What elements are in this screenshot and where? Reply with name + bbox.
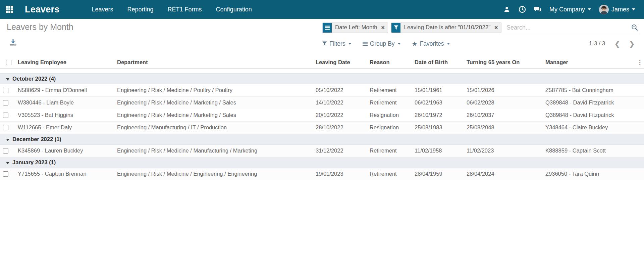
- column-header-leaving-date[interactable]: Leaving Date: [313, 57, 367, 68]
- group-header-row[interactable]: December 2022 (1): [0, 134, 644, 144]
- cell-leaving-date[interactable]: 20/10/2022: [313, 109, 367, 121]
- cell-turning-65[interactable]: 06/02/2028: [464, 96, 542, 109]
- group-by-label: Group By: [370, 40, 395, 47]
- cell-leaving-date[interactable]: 05/10/2022: [313, 84, 367, 96]
- cell-dob[interactable]: 15/01/1961: [412, 84, 464, 96]
- user-menu[interactable]: James: [599, 5, 635, 14]
- row-checkbox[interactable]: [3, 125, 8, 130]
- group-header-row[interactable]: January 2023 (1): [0, 157, 644, 168]
- cell-reason[interactable]: Retirement: [367, 96, 412, 109]
- cell-turning-65[interactable]: 26/10/2037: [464, 109, 542, 121]
- cell-leaving-date[interactable]: 28/10/2022: [313, 121, 367, 134]
- apps-menu-button[interactable]: [0, 0, 19, 19]
- cell-manager[interactable]: Y348464 - Claire Buckley: [542, 121, 636, 134]
- nav-menu-leavers[interactable]: Leavers: [92, 6, 113, 13]
- row-checkbox[interactable]: [3, 171, 8, 177]
- pager-next-icon[interactable]: ❯: [629, 41, 635, 47]
- activities-clock-icon[interactable]: [519, 6, 526, 13]
- row-end-cell: [636, 168, 644, 180]
- row-end-cell: [636, 84, 644, 96]
- cell-employee[interactable]: W380446 - Liam Boyle: [15, 96, 114, 109]
- search-facet-filter: Leaving Date is after "01/10/2022" ✕: [391, 23, 501, 33]
- cell-leaving-date[interactable]: 14/10/2022: [313, 96, 367, 109]
- cell-employee[interactable]: K345869 - Lauren Buckley: [15, 144, 114, 157]
- cell-employee[interactable]: N588629 - Emma O'Donnell: [15, 84, 114, 96]
- company-switcher[interactable]: My Company: [549, 6, 591, 13]
- cell-department[interactable]: Engineering / Risk / Medicine / Marketin…: [114, 109, 313, 121]
- table-row[interactable]: Y715655 - Captain BrennanEngineering / R…: [0, 168, 644, 180]
- table-row[interactable]: W112665 - Emer DalyEngineering / Manufac…: [0, 121, 644, 134]
- optional-columns-icon[interactable]: ⋮: [637, 59, 643, 66]
- group-by-icon: [323, 23, 332, 33]
- nav-menu-ret1-forms[interactable]: RET1 Forms: [168, 6, 202, 13]
- group-header-row[interactable]: October 2022 (4): [0, 73, 644, 84]
- cell-department[interactable]: Engineering / Manufacturing / IT / Produ…: [114, 121, 313, 134]
- export-download-button[interactable]: [9, 38, 17, 46]
- column-header-date-of-birth[interactable]: Date of Birth: [412, 57, 464, 68]
- column-header-turning-65[interactable]: Turning 65 years On: [464, 57, 542, 68]
- cell-turning-65[interactable]: 28/04/2024: [464, 168, 542, 180]
- cell-department[interactable]: Engineering / Risk / Medicine / Poultry …: [114, 84, 313, 96]
- cell-dob[interactable]: 25/08/1983: [412, 121, 464, 134]
- screen: Leavers Leavers Reporting RET1 Forms Con…: [0, 0, 644, 258]
- row-checkbox[interactable]: [3, 113, 8, 118]
- facet-remove-icon[interactable]: ✕: [381, 23, 388, 33]
- search-icon[interactable]: [630, 23, 639, 32]
- cell-department[interactable]: Engineering / Risk / Medicine / Manufact…: [114, 144, 313, 157]
- cell-department[interactable]: Engineering / Risk / Medicine / Marketin…: [114, 96, 313, 109]
- group-by-button[interactable]: Group By: [363, 40, 400, 47]
- favorites-label: Favorites: [420, 40, 444, 47]
- messages-icon[interactable]: [534, 6, 541, 13]
- cell-manager[interactable]: Z587785 - Bat Cunningham: [542, 84, 636, 96]
- facet-remove-icon[interactable]: ✕: [494, 23, 501, 33]
- table-row[interactable]: W380446 - Liam BoyleEngineering / Risk /…: [0, 96, 644, 109]
- select-all-checkbox[interactable]: [6, 60, 11, 65]
- cell-dob[interactable]: 26/10/1972: [412, 109, 464, 121]
- list-view: Leaving Employee Department Leaving Date…: [0, 57, 644, 180]
- cell-leaving-date[interactable]: 31/12/2022: [313, 144, 367, 157]
- column-header-reason[interactable]: Reason: [367, 57, 412, 68]
- cell-dob[interactable]: 06/02/1963: [412, 96, 464, 109]
- cell-manager[interactable]: K888859 - Captain Scott: [542, 144, 636, 157]
- cell-reason[interactable]: Retirement: [367, 168, 412, 180]
- cell-employee[interactable]: W112665 - Emer Daly: [15, 121, 114, 134]
- cell-turning-65[interactable]: 15/01/2026: [464, 84, 542, 96]
- optional-columns-cell: ⋮: [636, 57, 644, 68]
- user-presence-icon[interactable]: [503, 6, 511, 13]
- chevron-down-icon: [588, 8, 591, 10]
- cell-employee[interactable]: Y715655 - Captain Brennan: [15, 168, 114, 180]
- cell-turning-65[interactable]: 11/02/2023: [464, 144, 542, 157]
- cell-reason[interactable]: Retirement: [367, 84, 412, 96]
- row-checkbox[interactable]: [3, 148, 8, 154]
- table-row[interactable]: V305523 - Bat HigginsEngineering / Risk …: [0, 109, 644, 121]
- cell-manager[interactable]: Q389848 - David Fitzpatrick: [542, 96, 636, 109]
- search-input[interactable]: [504, 24, 630, 31]
- row-select-cell: [0, 109, 15, 121]
- column-header-department[interactable]: Department: [114, 57, 313, 68]
- filters-button[interactable]: Filters: [322, 40, 351, 47]
- cell-reason[interactable]: Resignation: [367, 121, 412, 134]
- row-checkbox[interactable]: [3, 100, 8, 105]
- cell-department[interactable]: Engineering / Risk / Medicine / Engineer…: [114, 168, 313, 180]
- favorites-button[interactable]: ★ Favorites: [412, 40, 450, 47]
- cell-dob[interactable]: 11/02/1958: [412, 144, 464, 157]
- cell-reason[interactable]: Resignation: [367, 109, 412, 121]
- cell-manager[interactable]: Q389848 - David Fitzpatrick: [542, 109, 636, 121]
- table-row[interactable]: K345869 - Lauren BuckleyEngineering / Ri…: [0, 144, 644, 157]
- pager-previous-icon[interactable]: ❮: [614, 41, 620, 47]
- column-header-manager[interactable]: Manager: [542, 57, 636, 68]
- cell-dob[interactable]: 28/04/1959: [412, 168, 464, 180]
- table-row[interactable]: N588629 - Emma O'DonnellEngineering / Ri…: [0, 84, 644, 96]
- row-checkbox[interactable]: [3, 88, 8, 93]
- cell-reason[interactable]: Retirement: [367, 144, 412, 157]
- cell-employee[interactable]: V305523 - Bat Higgins: [15, 109, 114, 121]
- cell-manager[interactable]: Z936050 - Tara Quinn: [542, 168, 636, 180]
- column-header-leaving-employee[interactable]: Leaving Employee: [15, 57, 114, 68]
- pager-range: 1-3 / 3: [589, 40, 605, 47]
- filter-icon: [391, 23, 400, 33]
- cell-turning-65[interactable]: 25/08/2048: [464, 121, 542, 134]
- nav-menu-configuration[interactable]: Configuration: [216, 6, 252, 13]
- cell-leaving-date[interactable]: 19/01/2023: [313, 168, 367, 180]
- search-facet-group-by: Date Left: Month ✕: [322, 23, 388, 33]
- nav-menu-reporting[interactable]: Reporting: [127, 6, 154, 13]
